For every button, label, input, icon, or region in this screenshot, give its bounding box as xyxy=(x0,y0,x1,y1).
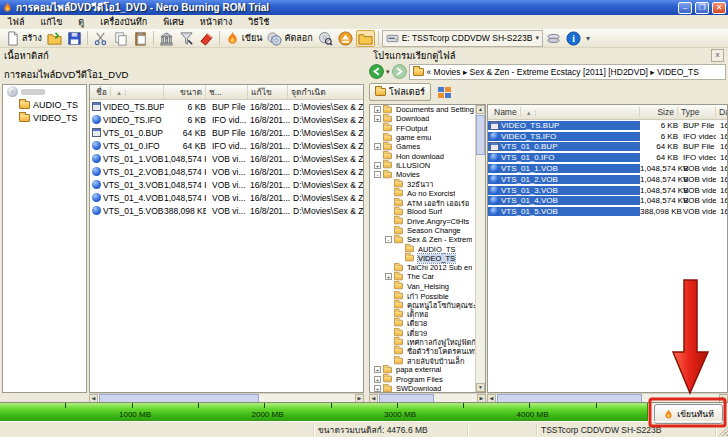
tree-expander-icon[interactable] xyxy=(385,264,392,271)
column-type[interactable]: ช... xyxy=(206,85,248,99)
tree-expander-icon[interactable] xyxy=(385,181,392,188)
breadcrumb[interactable]: « Movies ▸ Sex & Zen - Extreme Ecstacy [… xyxy=(409,64,726,80)
disc-file-row[interactable]: VTS_01_5.VOB 388,098 KB VOB vi... 16/8/2… xyxy=(90,204,363,217)
column-name[interactable]: Name▲ xyxy=(488,107,640,117)
tree-expander-icon[interactable]: + xyxy=(374,366,381,373)
folder-tree-item[interactable]: ATM เออรัก เออเร่อ xyxy=(370,198,476,207)
column-origin[interactable]: จุดกำเนิด xyxy=(288,85,363,99)
compilation-folder[interactable]: VIDEO_TS xyxy=(3,111,86,124)
folders-toggle-button[interactable]: โฟลเดอร์ xyxy=(369,83,431,101)
tree-expander-icon[interactable] xyxy=(385,339,392,346)
discs-stack-button[interactable] xyxy=(544,30,563,47)
tree-expander-icon[interactable]: - xyxy=(385,236,392,243)
compilation-folder[interactable]: AUDIO_TS xyxy=(3,98,86,111)
views-icon[interactable] xyxy=(436,84,454,100)
menu-item[interactable]: วิธีใช้ xyxy=(240,15,277,29)
tree-expander-icon[interactable] xyxy=(396,255,403,262)
folder-tree-item[interactable]: FFOutput xyxy=(370,124,476,133)
disc-file-row[interactable]: VIDEO_TS.BUP 6 KB BUP File 16/8/201... D… xyxy=(90,100,363,113)
open-button[interactable] xyxy=(45,30,64,47)
info-button[interactable]: i xyxy=(564,30,583,47)
browser-file-row[interactable]: VTS_01_5.VOB 388,098 KB VOB video file 1… xyxy=(488,206,727,217)
paste-button[interactable] xyxy=(131,30,150,47)
tree-hscrollbar[interactable]: ◀ ▶ xyxy=(369,393,486,402)
folder-tree-item[interactable]: - Sex & Zen - Extrem xyxy=(370,235,476,244)
tree-expander-icon[interactable]: + xyxy=(385,273,392,280)
tree-expander-icon[interactable]: + xyxy=(374,106,381,113)
menu-item[interactable]: แก้ไข xyxy=(32,15,70,29)
tree-expander-icon[interactable]: + xyxy=(374,376,381,383)
tree-expander-icon[interactable]: + xyxy=(374,162,381,169)
menu-item[interactable]: ไฟล์ xyxy=(0,15,32,29)
folder-tree-item[interactable]: + The Car xyxy=(370,272,476,281)
folder-tree-item[interactable]: + Documents and Setting xyxy=(370,105,476,114)
maximize-button[interactable]: ❐ xyxy=(695,2,709,14)
column-name[interactable]: ชื่อ▲ xyxy=(90,85,164,99)
back-button[interactable] xyxy=(369,64,384,79)
tree-expander-icon[interactable] xyxy=(385,348,392,355)
tree-expander-icon[interactable] xyxy=(385,301,392,308)
tree-expander-icon[interactable] xyxy=(385,357,392,364)
forward-button[interactable] xyxy=(392,64,407,79)
minimize-button[interactable]: – xyxy=(678,2,692,14)
disc-file-row[interactable]: VTS_01_0.IFO 64 KB IFO vid... 16/8/201..… xyxy=(90,139,363,152)
folder-tree-item[interactable]: Season Change xyxy=(370,226,476,235)
erase-disc-button[interactable] xyxy=(197,30,216,47)
burn-button[interactable]: เขียน xyxy=(223,30,265,47)
disc-list-hscrollbar[interactable]: ◀ ▶ xyxy=(89,393,364,402)
browser-file-row[interactable]: VTS_01_3.VOB 1,048,574 KB VOB video file… xyxy=(488,185,727,196)
file-browser-toggle-button[interactable] xyxy=(356,30,375,47)
disc-file-row[interactable]: VIDEO_TS.IFO 6 KB IFO vid... 16/8/201...… xyxy=(90,113,363,126)
menu-item[interactable]: เครื่องบันทึก xyxy=(92,15,155,29)
disc-file-row[interactable]: VTS_01_0.BUP 64 KB BUP File 16/8/201... … xyxy=(90,126,363,139)
column-size[interactable]: Size xyxy=(640,107,678,117)
tree-expander-icon[interactable]: - xyxy=(374,171,381,178)
folder-tree-item[interactable]: + Program Files xyxy=(370,375,476,384)
folder-tree-item[interactable]: AUDIO_TS xyxy=(370,244,476,253)
disc-info-button[interactable] xyxy=(316,30,335,47)
eject-button[interactable] xyxy=(336,30,355,47)
folder-tree-item[interactable]: สายลับจับบ้านเล็ก xyxy=(370,356,476,365)
scrollbar-thumb[interactable] xyxy=(476,115,485,155)
menu-item[interactable]: ดู xyxy=(70,15,92,29)
folder-tree-item[interactable]: + SWDownload xyxy=(370,384,476,392)
copy-disc-button[interactable]: คัดลอก xyxy=(265,30,314,47)
tree-expander-icon[interactable] xyxy=(385,199,392,206)
browser-file-row[interactable]: VIDEO_TS.BUP 6 KB BUP File 16/8 xyxy=(488,120,727,131)
tree-expander-icon[interactable]: + xyxy=(374,143,381,150)
browser-file-row[interactable]: VTS_01_1.VOB 1,048,574 KB VOB video file… xyxy=(488,163,727,174)
browser-list-hscrollbar[interactable]: ◀ ▶ xyxy=(487,393,728,402)
tree-expander-icon[interactable] xyxy=(374,134,381,141)
tree-vertical-scrollbar[interactable]: ▲ ▼ xyxy=(475,105,485,392)
menu-item[interactable]: พิเศษ xyxy=(155,15,192,29)
column-modified[interactable]: แก้ไข xyxy=(248,85,288,99)
cut-button[interactable] xyxy=(91,30,110,47)
tree-expander-icon[interactable] xyxy=(374,153,381,160)
save-button[interactable] xyxy=(65,30,84,47)
tree-expander-icon[interactable] xyxy=(374,125,381,132)
menu-item[interactable]: หน้าต่าง xyxy=(192,15,240,29)
copy-button[interactable] xyxy=(111,30,130,47)
folder-tree-item[interactable]: + ILLUSION xyxy=(370,161,476,170)
tree-expander-icon[interactable] xyxy=(385,227,392,234)
back-history-chevron-icon[interactable]: ▾ xyxy=(386,68,390,76)
browser-file-row[interactable]: VTS_01_0.BUP 64 KB BUP File 16/8 xyxy=(488,142,727,153)
folder-tree-item[interactable]: TaiChi 2012 Sub en xyxy=(370,263,476,272)
tree-expander-icon[interactable]: + xyxy=(374,385,381,392)
folder-tree-item[interactable]: 32ธันวา xyxy=(370,179,476,188)
browser-file-row[interactable]: VTS_01_2.VOB 1,048,574 KB VOB video file… xyxy=(488,174,727,185)
tree-expander-icon[interactable] xyxy=(385,292,392,299)
close-button[interactable]: ✕ xyxy=(712,2,726,14)
folder-tree-item[interactable]: + Games xyxy=(370,142,476,151)
recorder-select[interactable]: E: TSSTcorp CDDVDW SH-S223B ▾ xyxy=(382,30,543,47)
folder-tree-item[interactable]: Drive.Angry=CtHts xyxy=(370,217,476,226)
scroll-up-icon[interactable]: ▲ xyxy=(476,105,485,114)
browser-file-row[interactable]: VTS_01_4.VOB 1,048,574 KB VOB video file… xyxy=(488,196,727,207)
tree-expander-icon[interactable] xyxy=(385,208,392,215)
browser-file-row[interactable]: VTS_01_0.IFO 64 KB IFO video file 16/8 xyxy=(488,152,727,163)
column-size[interactable]: ขนาด xyxy=(164,85,206,99)
new-compilation-button[interactable]: สร้าง xyxy=(3,30,44,47)
disc-file-row[interactable]: VTS_01_4.VOB 1,048,574 KB VOB vi... 16/8… xyxy=(90,191,363,204)
folder-tree-item[interactable]: VIDEO_TS xyxy=(370,254,476,263)
tree-expander-icon[interactable] xyxy=(385,329,392,336)
